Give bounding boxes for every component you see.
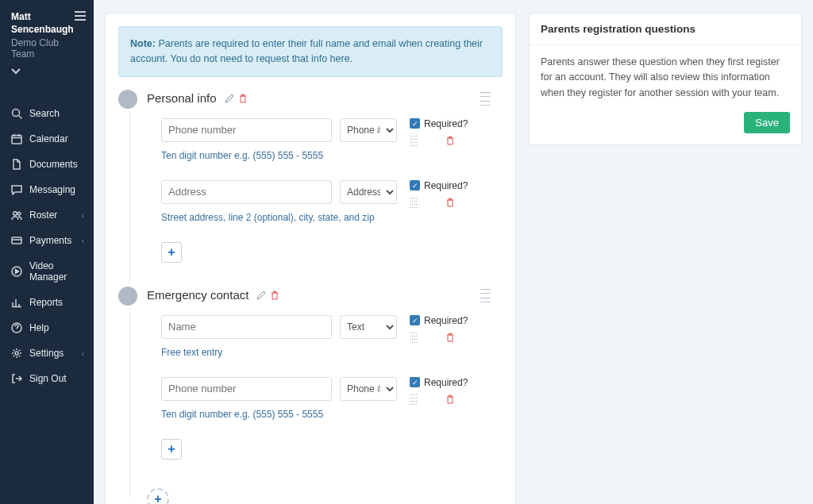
nav-payments[interactable]: Payments ‹ [0, 228, 94, 253]
profile-block: Matt Sencenbaugh Demo Club Team [0, 0, 94, 85]
timeline: Personal info :::::::::::::: [118, 90, 490, 505]
drag-section-icon[interactable]: :::::::::::::: [480, 287, 490, 304]
profile-name: Matt Sencenbaugh [11, 11, 84, 36]
messaging-icon [11, 184, 22, 195]
video-icon [11, 266, 22, 277]
required-checkbox[interactable]: ✓ [410, 118, 420, 129]
documents-icon [11, 159, 22, 170]
drag-field-icon[interactable]: :::::::: [410, 393, 418, 406]
field-help-text: Ten digit number e.g. (555) 555 - 5555 [161, 409, 490, 420]
drag-field-icon[interactable]: :::::::: [410, 196, 418, 209]
chevron-left-icon: ‹ [82, 349, 84, 358]
required-checkbox[interactable]: ✓ [410, 315, 420, 325]
nav-signout[interactable]: Sign Out [0, 366, 94, 391]
required-label: Required? [424, 180, 468, 191]
svg-rect-4 [12, 237, 21, 244]
add-section-button[interactable]: + [147, 488, 169, 505]
nav-roster[interactable]: Roster ‹ [0, 202, 94, 228]
payments-icon [11, 235, 22, 246]
section-title: Personal info [147, 91, 217, 105]
reports-icon [11, 297, 22, 308]
signout-icon [11, 373, 22, 384]
section-personal-info: Personal info :::::::::::::: [147, 90, 490, 263]
delete-section-icon[interactable] [239, 94, 247, 103]
edit-section-icon[interactable] [225, 94, 234, 103]
delete-field-icon[interactable] [446, 333, 454, 342]
section-emergency-contact: Emergency contact :::::::::::::: [147, 287, 490, 460]
form-builder-card: Note: Parents are required to enter thei… [105, 13, 516, 504]
hamburger-icon[interactable] [75, 11, 86, 21]
field-label-input[interactable] [161, 118, 332, 142]
delete-section-icon[interactable] [271, 290, 279, 300]
chevron-left-icon: ‹ [82, 211, 84, 220]
right-panel-card: Parents registration questions Parents a… [529, 13, 802, 145]
profile-team: Demo Club Team [11, 37, 84, 60]
drag-field-icon[interactable]: :::::::: [410, 331, 418, 344]
calendar-icon [11, 133, 22, 144]
save-button[interactable]: Save [744, 112, 790, 133]
field-block: Address ✓Required? :::::::: [161, 180, 490, 223]
nav-calendar[interactable]: Calendar [0, 126, 94, 152]
field-type-select[interactable]: Phone # [340, 377, 397, 401]
svg-point-3 [17, 212, 21, 215]
field-type-select[interactable]: Address [340, 180, 397, 204]
svg-point-6 [15, 352, 18, 355]
search-icon [11, 108, 22, 119]
field-type-select[interactable]: Phone # [340, 118, 397, 142]
roster-icon [11, 210, 22, 221]
right-panel-title: Parents registration questions [530, 13, 801, 45]
field-help-text: Ten digit number e.g. (555) 555 - 5555 [161, 150, 490, 161]
field-help-text: Free text entry [161, 347, 490, 358]
help-icon [11, 322, 22, 333]
main: Note: Parents are required to enter thei… [94, 0, 813, 504]
drag-field-icon[interactable]: :::::::: [410, 134, 418, 147]
edit-section-icon[interactable] [256, 290, 266, 300]
delete-field-icon[interactable] [446, 136, 454, 145]
nav-reports[interactable]: Reports [0, 290, 94, 315]
required-checkbox[interactable]: ✓ [410, 377, 420, 387]
nav-video[interactable]: Video Manager [0, 253, 94, 290]
required-label: Required? [424, 377, 468, 388]
nav-settings[interactable]: Settings ‹ [0, 340, 94, 366]
field-label-input[interactable] [161, 315, 332, 339]
chevron-left-icon: ‹ [82, 237, 84, 245]
section-bullet-icon [118, 90, 137, 109]
drag-section-icon[interactable]: :::::::::::::: [480, 90, 490, 107]
field-label-input[interactable] [161, 377, 332, 401]
add-field-button[interactable]: + [161, 439, 182, 460]
nav-search[interactable]: Search [0, 101, 94, 126]
settings-icon [11, 348, 22, 359]
required-checkbox[interactable]: ✓ [410, 180, 420, 190]
profile-chevron-icon[interactable] [11, 66, 21, 77]
nav-help[interactable]: Help [0, 315, 94, 340]
right-column: Parents registration questions Parents a… [529, 13, 802, 504]
field-block: Text ✓Required? :::::::: F [161, 315, 490, 358]
svg-point-2 [13, 212, 17, 215]
field-type-select[interactable]: Text [340, 315, 397, 339]
nav-messaging[interactable]: Messaging [0, 177, 94, 202]
nav-documents[interactable]: Documents [0, 152, 94, 177]
section-title: Emergency contact [147, 288, 249, 302]
info-note: Note: Parents are required to enter thei… [118, 26, 503, 77]
required-label: Required? [424, 118, 468, 129]
note-bold: Note: [130, 38, 156, 49]
sidebar-nav: Search Calendar Documents Messaging Rost… [0, 101, 94, 391]
required-label: Required? [424, 315, 468, 326]
field-block: Phone # ✓Required? :::::::: [161, 377, 490, 420]
svg-rect-1 [12, 136, 21, 144]
right-panel-body: Parents answer these question when they … [530, 45, 801, 112]
delete-field-icon[interactable] [446, 394, 454, 404]
note-text: Parents are required to enter their full… [130, 38, 483, 64]
svg-point-0 [13, 110, 20, 117]
field-block: Phone # ✓Required? :::::::: [161, 118, 490, 161]
delete-field-icon[interactable] [446, 198, 454, 207]
field-label-input[interactable] [161, 180, 332, 204]
sidebar: Matt Sencenbaugh Demo Club Team Search C… [0, 0, 94, 504]
section-bullet-icon [118, 287, 137, 306]
add-field-button[interactable]: + [161, 242, 182, 263]
field-help-text: Street address, line 2 (optional), city,… [161, 212, 490, 223]
